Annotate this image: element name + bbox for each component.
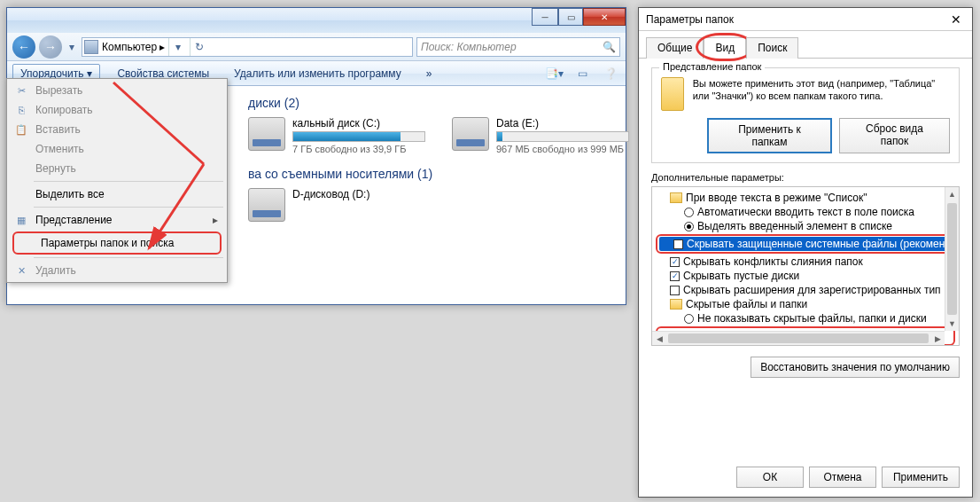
drive-usage-bar (496, 131, 629, 142)
tree-option-select-typed[interactable]: Выделять введенный элемент в списке (656, 219, 955, 233)
view-mode-button[interactable]: 📑▾ (544, 64, 564, 83)
radio-icon (684, 222, 694, 231)
scrollbar-horizontal[interactable]: ◀▶ (652, 331, 945, 345)
search-placeholder: Поиск: Компьютер (421, 41, 517, 53)
radio-icon (684, 314, 694, 324)
tree-option-hide-empty[interactable]: ✓Скрывать пустые диски (656, 269, 955, 283)
tab-general[interactable]: Общие (646, 37, 704, 59)
folder-views-group: Представление папок Вы можете применить … (651, 67, 960, 163)
drive-free-text: 7 ГБ свободно из 39,9 ГБ (292, 144, 425, 154)
preview-pane-button[interactable]: ▭ (572, 64, 592, 83)
menu-lay
out[interactable]: ▦Представление▸ (9, 210, 225, 230)
additional-params-label: Дополнительные параметры: (651, 172, 960, 183)
menu-undo[interactable]: Отменить (9, 139, 225, 159)
folder-options-dialog: Параметры папок ✕ Общие Вид Поиск Предст… (638, 7, 973, 498)
search-input[interactable]: Поиск: Компьютер 🔍 (416, 37, 620, 57)
delete-icon: ✕ (14, 263, 28, 278)
checkbox-icon: ✓ (670, 271, 680, 281)
address-bar[interactable]: Компьютер ▸ ▾ ↻ (82, 37, 413, 57)
back-button[interactable]: ← (12, 35, 35, 59)
titlebar: ─ ▭ ✕ (7, 8, 626, 33)
uninstall-program-button[interactable]: Удалить или изменить программу (226, 64, 409, 83)
group-label: Представление папок (659, 61, 765, 72)
tree-option-dont-show-hidden[interactable]: Не показывать скрытые файлы, папки и дис… (656, 311, 955, 326)
minimize-button[interactable]: ─ (532, 8, 558, 26)
dialog-titlebar: Параметры папок ✕ (639, 8, 972, 31)
maximize-button[interactable]: ▭ (558, 8, 583, 26)
menu-delete[interactable]: ✕Удалить (9, 261, 225, 280)
advanced-settings-tree[interactable]: При вводе текста в режиме "Список" Автом… (651, 186, 960, 346)
reset-folders-button[interactable]: Сброс вида папок (839, 118, 950, 153)
annotation-highlight: Скрывать защищенные системные файлы (рек… (656, 234, 955, 254)
apply-to-folders-button[interactable]: Применить к папкам (707, 118, 832, 153)
drive-icon (452, 117, 489, 151)
menu-folder-options[interactable]: Параметры папок и поиска (12, 231, 222, 255)
folder-icon (661, 77, 684, 111)
folder-icon (670, 299, 682, 310)
menu-select-all[interactable]: Выделить все (9, 184, 225, 204)
section-hard-drives: диски (2) (248, 96, 612, 110)
explorer-content: диски (2) кальный диск (C:) 7 ГБ свободн… (236, 87, 625, 303)
tab-search[interactable]: Поиск (746, 37, 798, 59)
group-description: Вы можете применить этот вид (например, … (693, 77, 950, 103)
cancel-button[interactable]: Отмена (809, 467, 876, 488)
tree-group-list-typing: При вводе текста в режиме "Список" (656, 191, 955, 205)
tab-strip: Общие Вид Поиск (639, 31, 972, 59)
refresh-button[interactable]: ↻ (190, 38, 207, 56)
menu-cut[interactable]: ✂Вырезать (9, 81, 225, 100)
help-button[interactable]: ❔ (601, 64, 620, 83)
checkbox-icon (673, 239, 683, 249)
menu-redo[interactable]: Вернуть (9, 159, 225, 178)
folder-icon (670, 192, 682, 203)
ok-button[interactable]: ОК (736, 467, 804, 488)
layout-icon: ▦ (14, 213, 28, 227)
nav-toolbar: ← → ▾ Компьютер ▸ ▾ ↻ Поиск: Компьютер 🔍 (7, 33, 626, 61)
tree-group-hidden-files: Скрытые файлы и папки (656, 297, 955, 311)
address-dropdown[interactable]: ▾ (168, 38, 186, 56)
more-button[interactable]: » (418, 64, 440, 83)
drive-name: кальный диск (C:) (292, 117, 425, 129)
section-removable: ва со съемными носителями (1) (248, 167, 612, 181)
drive-name: Data (E:) (496, 117, 629, 129)
checkbox-icon (670, 286, 680, 295)
drive-c[interactable]: кальный диск (C:) 7 ГБ свободно из 39,9 … (248, 117, 425, 154)
cut-icon: ✂ (14, 83, 28, 98)
dvd-icon (248, 188, 285, 222)
copy-icon: ⎘ (14, 103, 28, 117)
menu-paste[interactable]: 📋Вставить (9, 120, 225, 139)
close-button[interactable]: ✕ (583, 8, 626, 26)
search-icon: 🔍 (603, 41, 616, 53)
drive-name: D-дисковод (D:) (292, 188, 369, 200)
restore-defaults-button[interactable]: Восстановить значения по умолчанию (751, 357, 960, 378)
tree-option-auto-search[interactable]: Автоматически вводить текст в поле поиск… (656, 205, 955, 219)
tree-option-hide-merge[interactable]: ✓Скрывать конфликты слияния папок (656, 255, 955, 269)
drive-free-text: 967 МБ свободно из 999 МБ (496, 144, 629, 154)
tab-view[interactable]: Вид (704, 37, 746, 59)
organize-menu: ✂Вырезать ⎘Копировать 📋Вставить Отменить… (6, 78, 228, 283)
drive-e[interactable]: Data (E:) 967 МБ свободно из 999 МБ (452, 117, 629, 154)
chevron-right-icon: ▸ (213, 214, 218, 226)
radio-icon (684, 208, 694, 217)
dialog-title: Параметры папок (646, 13, 734, 26)
history-dropdown[interactable]: ▾ (66, 40, 78, 54)
tree-option-hide-protected[interactable]: Скрывать защищенные системные файлы (рек… (659, 237, 952, 251)
apply-button[interactable]: Применить (882, 467, 960, 488)
breadcrumb[interactable]: Компьютер ▸ (102, 41, 165, 53)
tree-option-hide-ext[interactable]: Скрывать расширения для зарегистрированн… (656, 283, 955, 297)
computer-icon (84, 40, 98, 54)
forward-button[interactable]: → (39, 35, 62, 59)
dialog-close-button[interactable]: ✕ (947, 11, 965, 28)
menu-copy[interactable]: ⎘Копировать (9, 100, 225, 120)
paste-icon: 📋 (14, 122, 28, 137)
dvd-drive[interactable]: D-дисковод (D:) (248, 188, 612, 222)
drive-icon (248, 117, 285, 151)
checkbox-icon: ✓ (670, 257, 680, 267)
scrollbar-vertical[interactable]: ▲▼ (945, 187, 959, 331)
drive-usage-bar (292, 131, 425, 142)
